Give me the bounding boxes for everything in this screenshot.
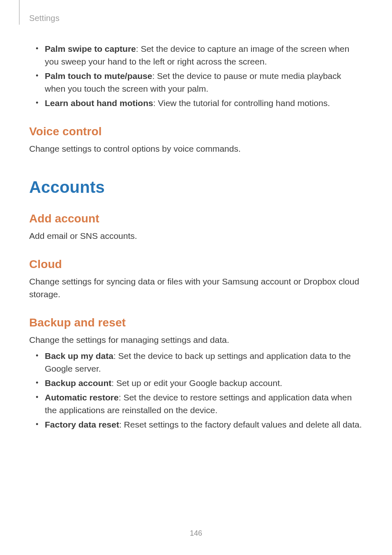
list-item: Learn about hand motions: View the tutor… (36, 97, 363, 109)
heading-cloud: Cloud (29, 258, 363, 271)
bullet-term: Automatic restore (45, 393, 119, 402)
list-item: Automatic restore: Set the device to res… (36, 391, 363, 416)
heading-voice-control: Voice control (29, 125, 363, 138)
list-item: Palm touch to mute/pause: Set the device… (36, 69, 363, 95)
body-text: Change the settings for managing setting… (29, 333, 363, 346)
content-area: Palm swipe to capture: Set the device to… (29, 42, 363, 432)
bullet-text: : Set up or edit your Google backup acco… (111, 378, 282, 388)
bullet-term: Palm swipe to capture (45, 44, 136, 53)
heading-add-account: Add account (29, 212, 363, 225)
bullet-text: : View the tutorial for controlling hand… (153, 98, 330, 108)
bullet-term: Learn about hand motions (45, 98, 153, 108)
page: Settings Palm swipe to capture: Set the … (0, 0, 392, 555)
body-text: Add email or SNS accounts. (29, 229, 363, 242)
page-number: 146 (0, 529, 392, 538)
header-rule (19, 0, 20, 25)
breadcrumb: Settings (29, 14, 60, 23)
list-item: Palm swipe to capture: Set the device to… (36, 42, 363, 68)
backup-bullet-list: Back up my data: Set the device to back … (36, 349, 363, 431)
bullet-term: Factory data reset (45, 420, 119, 429)
body-text: Change settings for syncing data or file… (29, 275, 363, 301)
bullet-term: Back up my data (45, 351, 113, 361)
list-item: Factory data reset: Reset settings to th… (36, 418, 363, 431)
bullet-term: Palm touch to mute/pause (45, 71, 152, 81)
list-item: Backup account: Set up or edit your Goog… (36, 377, 363, 389)
heading-accounts: Accounts (29, 178, 363, 197)
top-bullet-list: Palm swipe to capture: Set the device to… (36, 42, 363, 109)
bullet-text: : Reset settings to the factory default … (119, 420, 362, 429)
heading-backup-reset: Backup and reset (29, 316, 363, 329)
list-item: Back up my data: Set the device to back … (36, 349, 363, 375)
bullet-term: Backup account (45, 378, 111, 388)
body-text: Change settings to control options by vo… (29, 142, 363, 155)
